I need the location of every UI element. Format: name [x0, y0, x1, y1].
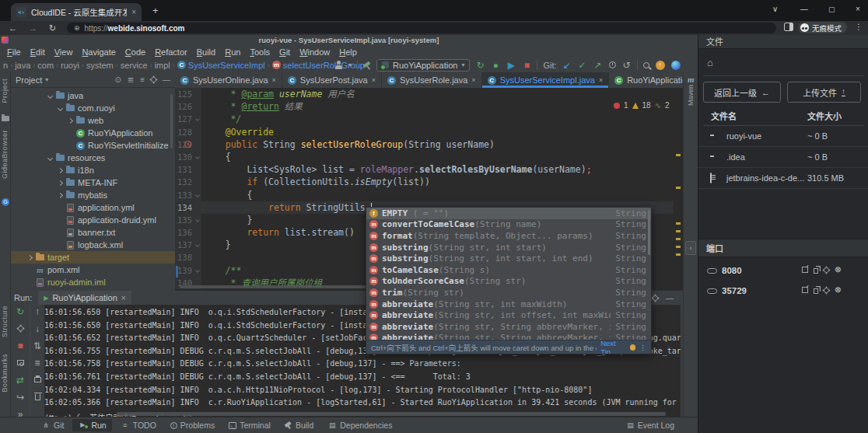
debug-icon[interactable]: ●	[491, 61, 500, 70]
gear-icon[interactable]	[824, 288, 829, 293]
export-icon[interactable]: ↪	[16, 393, 25, 402]
tree-item-mybatis[interactable]: mybatis	[11, 189, 175, 201]
menu-refactor[interactable]: Refactor	[150, 47, 192, 57]
tree-item-RuoYiApplication[interactable]: CRuoYiApplication	[11, 127, 175, 139]
new-tab-button[interactable]: +	[152, 5, 159, 16]
hide-panel-icon[interactable]: —	[163, 75, 170, 84]
close-circle-icon[interactable]: ⊗	[835, 286, 841, 294]
kebab-icon[interactable]: ⋮	[639, 344, 646, 351]
editor-tab-SysUserServiceImpl.java[interactable]: CSysUserServiceImpl.java×	[482, 72, 610, 88]
warning-stripe-mark[interactable]	[676, 222, 681, 225]
breadcrumb-item[interactable]: n	[3, 61, 8, 70]
window-close-icon[interactable]: ×	[856, 5, 860, 13]
tree-item-RuoYiServletInitialize[interactable]: CRuoYiServletInitialize	[11, 139, 175, 152]
menu-view[interactable]: View	[50, 47, 78, 57]
rerun-icon[interactable]: ↻	[475, 61, 485, 70]
copy-icon[interactable]	[814, 288, 818, 294]
gear-icon[interactable]	[18, 326, 23, 331]
run-tab[interactable]: ▶ RuoYiApplication ×	[38, 291, 131, 305]
menu-help[interactable]: Help	[334, 47, 362, 57]
code-line-133[interactable]: 133 {	[175, 189, 674, 201]
panel-expand-icon[interactable]: ›	[685, 241, 696, 255]
warning-stripe-mark[interactable]	[676, 253, 681, 256]
code-line-129[interactable]: 129↑ public String selectUserRoleGroup(S…	[175, 138, 674, 151]
fold-icon[interactable]	[195, 243, 200, 247]
upload-button[interactable]: 上传文件 ↑	[787, 82, 861, 103]
statusbar-item-problems[interactable]: !Problems	[165, 419, 220, 431]
tree-scrollbar[interactable]	[170, 94, 173, 148]
close-icon[interactable]: ×	[272, 76, 276, 84]
breadcrumb-item[interactable]: CSysUserServiceImpl	[177, 61, 265, 70]
statusbar-item-build[interactable]: Build	[279, 419, 319, 431]
completion-item-toCamelCase[interactable]: mtoCamelCase(String s)String	[366, 264, 651, 276]
forward-icon[interactable]: →	[29, 23, 37, 33]
swap-icon[interactable]: ⇅	[33, 341, 42, 351]
file-row-.idea[interactable]: .idea~ 0 B	[698, 147, 868, 168]
close-icon[interactable]: ×	[121, 294, 126, 302]
statusbar-item-run[interactable]: ▶Run	[72, 419, 111, 431]
gear-icon[interactable]	[824, 267, 829, 273]
tab-search-chevron-icon[interactable]: ∨	[772, 5, 778, 13]
completion-item-convertToCamelCase[interactable]: mconvertToCamelCase(String name)String	[366, 219, 651, 231]
branch-icon[interactable]: ⋔	[41, 421, 51, 430]
history-icon[interactable]	[609, 61, 616, 68]
url-bar[interactable]: ⊕ https://webide.sinosoft.com	[67, 23, 776, 33]
chevron-right-icon[interactable]	[25, 256, 35, 260]
tree-item-banner.txt[interactable]: banner.txt	[11, 226, 175, 239]
chevron-down-icon[interactable]	[55, 107, 65, 110]
tree-item-pom.xml[interactable]: mpom.xml	[11, 264, 175, 276]
completion-item-abbreviate[interactable]: mabbreviate(String str, int offset, int …	[366, 309, 651, 321]
update-available-icon[interactable]: ↑	[656, 61, 665, 70]
coverage-icon[interactable]: ▶	[506, 61, 516, 70]
stop-icon[interactable]: ■	[522, 61, 531, 70]
copy-icon[interactable]	[814, 268, 818, 274]
stripe-bookmarks-label[interactable]: Bookmarks	[1, 354, 9, 393]
tree-item-application.yml[interactable]: application.yml	[11, 201, 175, 214]
rerun-icon[interactable]: ↻	[16, 307, 25, 316]
sphere-icon[interactable]	[671, 61, 681, 70]
chevron-right-icon[interactable]	[65, 119, 75, 123]
completion-item-format[interactable]: mformat(String template, Object... param…	[366, 230, 651, 242]
run-config-select[interactable]: RuoYiApplication ▾	[376, 59, 470, 72]
gideabrowser-icon[interactable]: G	[2, 198, 9, 206]
collapse-all-icon[interactable]: ≡	[140, 75, 145, 84]
code-line-130[interactable]: 130 {	[175, 151, 674, 163]
file-row-ruoyi-vue[interactable]: ruoyi-vue~ 0 B	[698, 126, 868, 147]
fold-icon[interactable]	[195, 218, 200, 222]
locate-icon[interactable]: ⊙	[114, 75, 121, 84]
user-icon[interactable]	[334, 61, 343, 69]
next-tip-link[interactable]: Next Tip	[600, 339, 625, 355]
completion-item-EMPTY[interactable]: fEMPTY ( = "")String	[366, 208, 651, 219]
window-maximize-icon[interactable]: ▢	[828, 5, 835, 13]
warning-stripe-mark[interactable]	[676, 154, 681, 156]
tree-item-web[interactable]: web	[11, 114, 175, 127]
hide-panel-icon[interactable]: —	[666, 294, 674, 302]
tree-item-ruoyi-admin.iml[interactable]: ruoyi-admin.iml	[11, 276, 175, 288]
code-line-128[interactable]: 128 @Override	[175, 126, 674, 138]
reload-icon[interactable]: ↻	[49, 23, 56, 33]
gear-icon[interactable]	[653, 295, 658, 301]
stop-icon[interactable]: ■	[16, 341, 25, 351]
breadcrumb-item[interactable]: system	[86, 61, 114, 70]
fold-icon[interactable]	[195, 268, 200, 273]
close-circle-icon[interactable]: ⊗	[835, 266, 841, 274]
menu-edit[interactable]: Edit	[26, 47, 50, 57]
breadcrumb-item[interactable]: service	[121, 61, 148, 70]
menu-file[interactable]: File	[2, 47, 26, 57]
chevron-right-icon[interactable]	[55, 194, 65, 197]
trash-icon[interactable]	[35, 394, 40, 400]
window-minimize-icon[interactable]: —	[800, 5, 808, 13]
override-marker-icon[interactable]: ↑	[184, 141, 191, 148]
tree-item-target[interactable]: target	[11, 251, 175, 264]
statusbar-item-dependencies[interactable]: ▤Dependencies	[322, 419, 397, 431]
statusbar-item-git[interactable]: ⋔Git	[36, 419, 69, 431]
build-hammer-icon[interactable]	[363, 61, 371, 69]
tab-close-icon[interactable]: ×	[131, 8, 136, 16]
close-icon[interactable]: ×	[599, 76, 603, 84]
site-info-icon[interactable]: ⊕	[74, 24, 80, 32]
gear-icon[interactable]	[151, 77, 156, 82]
completion-item-trim[interactable]: mtrim(String str)String	[366, 287, 651, 299]
tree-item-resources[interactable]: resources	[11, 152, 175, 164]
error-stripe[interactable]	[674, 88, 683, 291]
print-icon[interactable]	[34, 377, 41, 382]
